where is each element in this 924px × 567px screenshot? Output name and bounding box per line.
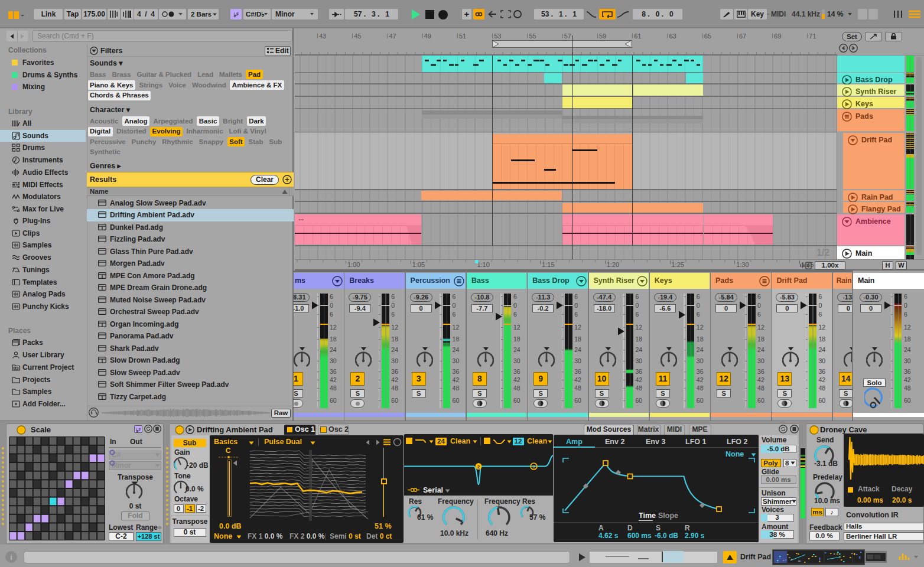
svg-text:1: 1 bbox=[532, 464, 535, 469]
svg-text:i: i bbox=[10, 553, 12, 562]
svg-text:2: 2 bbox=[477, 464, 480, 469]
